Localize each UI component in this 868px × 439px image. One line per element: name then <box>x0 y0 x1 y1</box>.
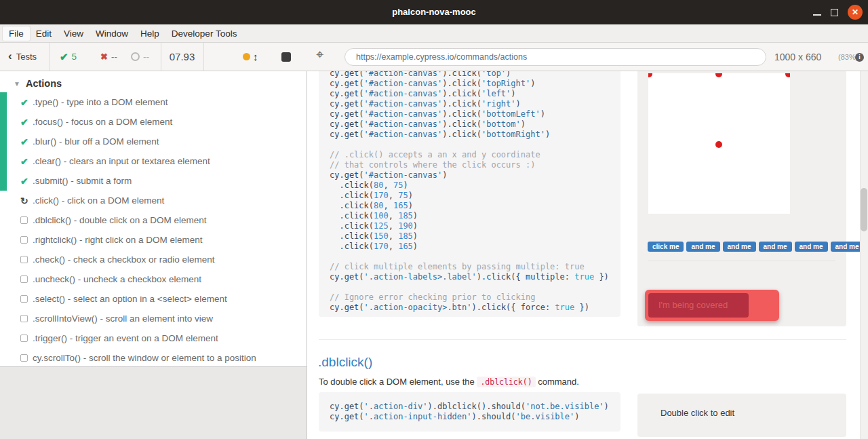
auto-scroll-toggle[interactable]: ↕ <box>243 43 258 71</box>
code-line: .click(125, 190) <box>330 221 610 231</box>
test-item-check[interactable]: .check() - check a checkbox or radio ele… <box>0 250 307 269</box>
run-duration: 07.93 <box>161 43 203 71</box>
action-labels-row: click meand meand meand meand meand me <box>648 242 864 252</box>
click-dot <box>648 73 652 77</box>
pending-checkbox-icon <box>20 256 28 263</box>
code-line: // that controls where the click occurs … <box>330 160 610 170</box>
test-item-label: .check() - check a checkbox or radio ele… <box>33 254 215 265</box>
test-item-trigger[interactable]: .trigger() - trigger an event on a DOM e… <box>0 328 307 348</box>
check-icon: ✔ <box>20 176 28 187</box>
click-dot <box>715 73 722 77</box>
passed-count: ✔ 5 <box>60 43 77 71</box>
menu-item-help[interactable]: Help <box>134 26 165 41</box>
test-item-select[interactable]: .select() - select an option in a <selec… <box>0 289 307 309</box>
up-down-arrow-icon: ↕ <box>253 51 258 62</box>
pending-checkbox-icon <box>20 236 28 244</box>
click-dot <box>715 141 722 148</box>
test-item-label: .focus() - focus on a DOM element <box>33 117 172 127</box>
menu-item-edit[interactable]: Edit <box>30 26 58 41</box>
code-line: cy.get('#action-canvas').click('topRight… <box>330 79 610 89</box>
test-sidebar: ▼ Actions ✔.type() - type into a DOM ele… <box>0 71 307 439</box>
and-me-button[interactable]: and me <box>795 242 828 252</box>
double-click-edit-box[interactable]: Double click to edit <box>637 394 846 437</box>
test-item-label: .click() - click on a DOM element <box>33 195 164 206</box>
test-item-label: .blur() - blur off a DOM element <box>33 136 159 147</box>
amber-dot-icon <box>243 53 250 60</box>
inline-code-dblclick: .dblclick() <box>477 377 535 387</box>
minimize-icon[interactable] <box>813 14 821 16</box>
test-item-uncheck[interactable]: .uncheck() - uncheck a checkbox element <box>0 269 307 289</box>
code-line: cy.get('#action-canvas').click('bottomLe… <box>330 109 610 119</box>
menu-bar: FileEditViewWindowHelpDeveloper Tools <box>0 24 868 43</box>
close-icon[interactable]: ✕ <box>848 5 863 20</box>
and-me-button[interactable]: and me <box>686 242 719 252</box>
code-line: // click multiple elements by passing mu… <box>330 262 610 272</box>
code-line <box>330 252 610 262</box>
test-item-label: cy.scrollTo() - scroll the window or ele… <box>33 353 256 363</box>
test-item-clear[interactable]: ✔.clear() - clears an input or textarea … <box>0 151 307 171</box>
test-item-type[interactable]: ✔.type() - type into a DOM element <box>0 92 307 112</box>
test-item-rightclick[interactable]: .rightclick() - right click on a DOM ele… <box>0 230 307 250</box>
test-item-label: .rightclick() - right click on a DOM ele… <box>33 235 203 245</box>
click-me-button[interactable]: click me <box>648 242 684 252</box>
circle-icon <box>131 52 140 61</box>
stop-button[interactable] <box>281 52 291 62</box>
and-me-button[interactable]: and me <box>723 242 756 252</box>
code-line: cy.get('#action-canvas').click('left') <box>330 89 610 99</box>
test-item-cy-scrollto[interactable]: cy.scrollTo() - scroll the window or ele… <box>0 348 307 368</box>
section-divider <box>319 339 846 340</box>
code-line: .click(80, 165) <box>330 201 610 211</box>
test-item-label: .submit() - submit a form <box>33 176 132 186</box>
test-item-submit[interactable]: ✔.submit() - submit a form <box>0 171 307 191</box>
code-line: .click(150, 185) <box>330 231 610 242</box>
test-item-focus[interactable]: ✔.focus() - focus on a DOM element <box>0 112 307 132</box>
pending-checkbox-icon <box>20 354 28 362</box>
app-window: phalcon-nova-mooc ✕ FileEditViewWindowHe… <box>0 0 868 439</box>
test-item-label: .dblclick() - double click on a DOM elem… <box>33 215 207 225</box>
suite-actions[interactable]: ▼ Actions <box>0 74 62 93</box>
pending-checkbox-icon <box>20 335 28 342</box>
code-line: cy.get('.action-input-hidden').should('b… <box>330 412 610 422</box>
test-item-dblclick[interactable]: .dblclick() - double click on a DOM elem… <box>0 210 307 230</box>
test-item-label: .type() - type into a DOM element <box>33 97 168 107</box>
test-item-blur[interactable]: ✔.blur() - blur off a DOM element <box>0 132 307 151</box>
x-icon: ✖ <box>100 52 108 62</box>
menu-item-view[interactable]: View <box>58 26 90 41</box>
scrollbar-track[interactable] <box>860 71 868 439</box>
runner-toolbar: ‹ Tests ✔ 5 ✖ -- -- 07.93 ↕ ⌖ https://ex… <box>0 43 868 71</box>
window-title: phalcon-nova-mooc <box>0 0 868 24</box>
code-line <box>330 282 610 292</box>
test-item-label: .clear() - clears an input or textarea e… <box>33 156 210 166</box>
back-to-tests-button[interactable]: ‹ Tests <box>8 43 37 71</box>
pending-checkbox-icon <box>20 275 28 283</box>
code-line: cy.get('#action-canvas').click('bottom') <box>330 119 610 130</box>
spinner-icon: ↻ <box>20 195 28 206</box>
scrollbar-thumb[interactable] <box>861 188 867 231</box>
code-line: cy.get('#action-canvas') <box>330 170 610 180</box>
code-block-click-examples: cy.get('#action-canvas').click('top')cy.… <box>319 71 620 317</box>
test-item-scrollintoview[interactable]: .scrollIntoView() - scroll an element in… <box>0 309 307 328</box>
dblclick-heading: .dblclick() <box>318 355 372 370</box>
chevron-left-icon: ‹ <box>8 50 12 62</box>
test-item-label: .scrollIntoView() - scroll an element in… <box>33 313 213 324</box>
and-me-button[interactable]: and me <box>831 242 864 252</box>
code-line: .click(80, 75) <box>330 180 610 191</box>
action-canvas[interactable] <box>648 73 790 214</box>
maximize-icon[interactable] <box>831 9 838 16</box>
test-item-click[interactable]: ↻.click() - click on a DOM element <box>0 191 307 210</box>
pending-count: -- <box>131 43 149 71</box>
selector-playground-icon[interactable]: ⌖ <box>316 47 323 62</box>
url-bar[interactable]: https://example.cypress.io/commands/acti… <box>344 48 766 66</box>
and-me-button[interactable]: and me <box>759 242 792 252</box>
toolbar-divider <box>203 43 204 71</box>
menu-item-file[interactable]: File <box>3 26 30 41</box>
menu-item-window[interactable]: Window <box>90 26 134 41</box>
code-line: cy.get('.action-opacity>.btn').click({ f… <box>330 303 610 313</box>
covered-button[interactable]: I'm being covered <box>648 293 749 318</box>
viewport-info-icon[interactable]: i <box>855 53 864 62</box>
code-line: cy.get('#action-canvas').click('bottomRi… <box>330 130 610 140</box>
code-line: .click(170, 165) <box>330 242 610 252</box>
menu-item-developer-tools[interactable]: Developer Tools <box>165 26 243 41</box>
aut-frame: cy.get('#action-canvas').click('top')cy.… <box>307 71 868 439</box>
code-line: .click(170, 75) <box>330 191 610 201</box>
